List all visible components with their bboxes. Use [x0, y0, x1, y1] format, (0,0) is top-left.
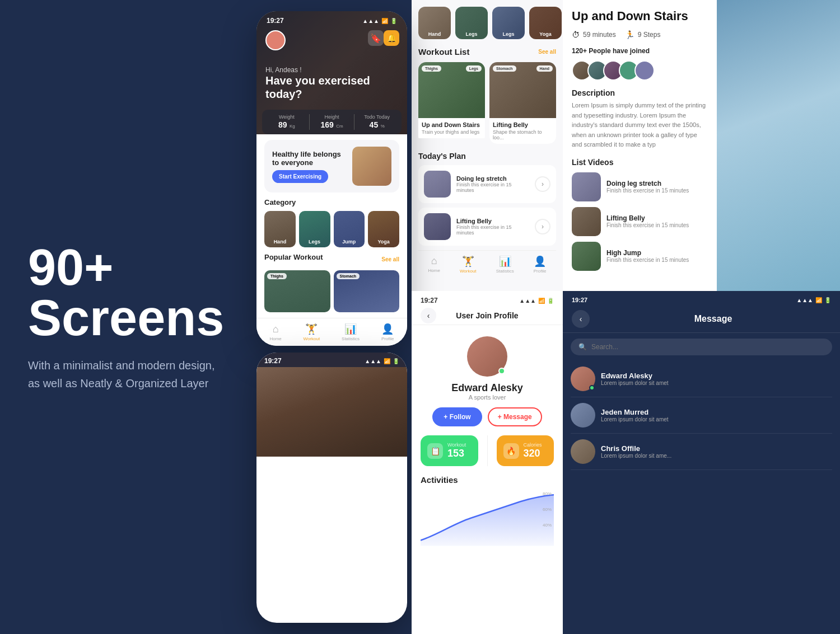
- category-legs[interactable]: Legs: [299, 211, 330, 247]
- search-input[interactable]: [591, 343, 824, 351]
- msg-back-button[interactable]: ‹: [572, 310, 590, 328]
- plan-arrow-1[interactable]: ›: [535, 176, 550, 192]
- contact-item-3[interactable]: Chris Offile Lorem ipsum dolor sit ame..…: [571, 434, 832, 470]
- signal-icon: ▲▲▲: [362, 18, 379, 24]
- workout-card-2[interactable]: Stomach Hand Lifting Belly Shape the sto…: [489, 62, 556, 144]
- workout-nav-workout-label: Workout: [460, 269, 477, 274]
- contact-msg-1: Lorem ipsum dolor sit amet: [601, 380, 832, 386]
- message-header: ‹ Message: [563, 306, 840, 333]
- message-button[interactable]: + Message: [488, 407, 542, 426]
- plan-item-2[interactable]: Lifting Belly Finish this exercise in 15…: [418, 208, 556, 246]
- todo-value: 45: [370, 120, 379, 129]
- plan-img-2: [424, 213, 451, 240]
- contact-item-1[interactable]: Edward Alesky Lorem ipsum dolor sit amet: [571, 361, 832, 397]
- workout-grid: Thighs Legs Up and Down Stairs Train you…: [418, 62, 556, 144]
- detail-meta: ⏱ 59 minutes 🏃 9 Steps: [572, 30, 708, 39]
- category-yoga[interactable]: Yoga: [368, 211, 399, 247]
- nav-statistics[interactable]: 📊 Statistics: [342, 323, 360, 341]
- profile-content: Edward Alesky A sports lover + Follow + …: [412, 325, 563, 553]
- category-hand[interactable]: Hand: [264, 211, 296, 247]
- video-item-3[interactable]: High Jump Finish this exercise in 15 min…: [572, 242, 708, 271]
- chart-label-60: 60%: [543, 507, 552, 512]
- popular-see-all[interactable]: See all: [381, 256, 399, 262]
- bookmark-icon[interactable]: 🔖: [368, 30, 384, 46]
- workout-nav-statistics[interactable]: 📊 Statistics: [496, 255, 514, 274]
- profile-header-bar: ‹ User Join Profile: [412, 307, 563, 325]
- message-search[interactable]: 🔍: [571, 339, 832, 355]
- portrait-status-bar: 19:27 ▲▲▲ 📶 🔋: [256, 353, 407, 367]
- ex-cat-yoga[interactable]: Yoga: [529, 7, 562, 39]
- video-item-1[interactable]: Doing leg stretch Finish this exercise i…: [572, 172, 708, 201]
- profile-avatar-wrap: [467, 336, 507, 377]
- steps-text: 9 Steps: [638, 31, 661, 39]
- ex-cat-hand[interactable]: Hand: [418, 7, 451, 39]
- start-exercising-button[interactable]: Start Exercising: [272, 170, 328, 183]
- workout-see-all[interactable]: See all: [538, 49, 556, 55]
- category-hand-label: Hand: [264, 239, 296, 245]
- profile-nav-icon: 👤: [381, 323, 394, 335]
- popular-item-2[interactable]: Stomach: [334, 270, 400, 312]
- workout-list-title: Workout List: [418, 47, 469, 57]
- chart-svg: [421, 490, 554, 546]
- contact-info-2: Jeden Murred Lorem ipsum dolor sit amet: [601, 408, 832, 422]
- msg-wifi-icon: 📶: [815, 297, 822, 303]
- workout-nav-profile[interactable]: 👤 Profile: [534, 255, 547, 274]
- msg-status-time: 19:27: [572, 297, 587, 303]
- workout-desc-2: Shape the stomach to loo...: [493, 129, 553, 140]
- plan-desc-1: Finish this exercise in 15 minutes: [456, 182, 529, 193]
- ex-cat-legs2[interactable]: Legs: [492, 7, 525, 39]
- bottom-row: 19:27 ▲▲▲ 📶 🔋 ‹ User Join Profile Edward…: [412, 291, 840, 634]
- category-jump[interactable]: Jump: [334, 211, 365, 247]
- height-unit: Cm: [336, 124, 343, 129]
- workout-home-icon: ⌂: [431, 255, 437, 267]
- profile-status-icons: ▲▲▲ 📶 🔋: [519, 297, 554, 304]
- hero-image-panel: [717, 0, 840, 291]
- workout-nav-home[interactable]: ⌂ Home: [428, 255, 440, 274]
- popular-header: Popular Workout See all: [264, 253, 399, 266]
- profile-wifi-icon: 📶: [538, 298, 545, 304]
- nav-statistics-label: Statistics: [342, 336, 360, 341]
- workout-nav-workout[interactable]: 🏋 Workout: [460, 255, 477, 274]
- top-row: Hand Legs Legs Yoga Workout List See all: [412, 0, 840, 291]
- plan-arrow-2[interactable]: ›: [535, 219, 550, 234]
- video-thumb-2: [572, 207, 601, 236]
- phone-main: 19:27 ▲▲▲ 📶 🔋 🔖 🔔 Hi, Andeas ! Have you …: [256, 11, 407, 346]
- workout-statistics-icon: 📊: [499, 255, 511, 267]
- nav-home[interactable]: ⌂ Home: [269, 323, 281, 341]
- plan-desc-2: Finish this exercise in 15 minutes: [456, 224, 529, 236]
- online-indicator: [498, 368, 505, 374]
- workout-card-1[interactable]: Thighs Legs Up and Down Stairs Train you…: [418, 62, 485, 144]
- avatars-row: [572, 60, 708, 81]
- video-thumb-1: [572, 172, 601, 201]
- workout-list-panel: Hand Legs Legs Yoga Workout List See all: [412, 0, 563, 291]
- video-item-2[interactable]: Lifting Belly Finish this exercise in 15…: [572, 207, 708, 236]
- nav-workout[interactable]: 🏋 Workout: [304, 323, 320, 341]
- video-info-1: Doing leg stretch Finish this exercise i…: [606, 180, 689, 194]
- popular-item-1[interactable]: Thighs: [264, 270, 330, 312]
- message-panel: 19:27 ▲▲▲ 📶 🔋 ‹ Message 🔍: [563, 291, 840, 634]
- headline-number: 90+: [28, 242, 224, 293]
- back-button[interactable]: ‹: [421, 308, 436, 323]
- video-desc-1: Finish this exercise in 15 minutes: [606, 187, 689, 194]
- follow-button[interactable]: + Follow: [432, 407, 482, 426]
- msg-battery-icon: 🔋: [824, 297, 831, 303]
- workout-nav-statistics-label: Statistics: [496, 269, 514, 274]
- nav-profile[interactable]: 👤 Profile: [381, 323, 394, 341]
- height-label: Height: [314, 114, 350, 120]
- contact-avatar-3: [571, 439, 595, 464]
- contact-avatar-1: [571, 367, 595, 391]
- profile-stats-row: 📋 Workout 153 🔥 Calories 320: [421, 435, 554, 466]
- stats-bar: Weight 89 Kg Height 169 Cm Todo To: [262, 110, 402, 134]
- todo-unit: %: [381, 124, 385, 129]
- plan-item-1[interactable]: Doing leg stretch Finish this exercise i…: [418, 165, 556, 203]
- notification-bell-icon[interactable]: 🔔: [384, 30, 399, 46]
- banner-tagline: Healthy life belongs to everyone: [272, 150, 345, 167]
- popular-title: Popular Workout: [264, 253, 323, 261]
- right-side: Hand Legs Legs Yoga Workout List See all: [412, 0, 840, 634]
- ex-cat-legs-label: Legs: [455, 31, 488, 37]
- contact-item-2[interactable]: Jeden Murred Lorem ipsum dolor sit amet: [571, 397, 832, 434]
- ex-cat-legs[interactable]: Legs: [455, 7, 488, 39]
- plan-info-1: Doing leg stretch Finish this exercise i…: [456, 175, 529, 193]
- todo-stat: Todo Today 45 %: [359, 114, 395, 130]
- description-text: Lorem Ipsum is simply dummy text of the …: [572, 101, 708, 150]
